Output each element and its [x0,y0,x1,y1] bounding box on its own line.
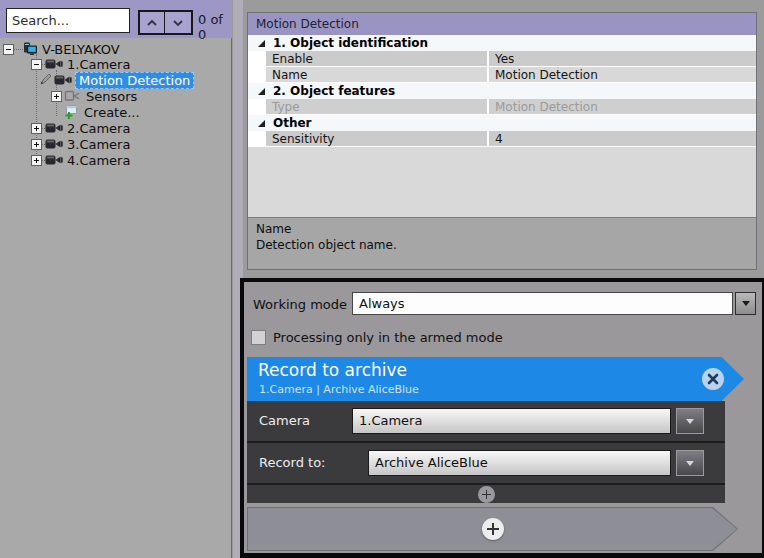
sensors-icon [64,90,80,103]
property-grid: 1. Object identification Enable Yes Name… [248,35,756,147]
action-card-header[interactable]: Record to archive 1.Camera | Archive Ali… [247,357,744,401]
property-description-title: Name [256,222,748,236]
property-value[interactable]: 4 [489,131,756,146]
search-input[interactable] [6,8,130,33]
rule-settings-panel: Working mode Always Processing only in t… [240,278,764,558]
expand-expander-icon[interactable] [31,123,42,134]
property-grid-empty-area [248,147,756,217]
property-description-text: Detection object name. [256,238,748,252]
action-card-title: Record to archive [258,360,407,380]
camera-field-row: Camera 1.Camera [247,401,725,441]
add-action-arrow [247,507,738,551]
working-mode-dropdown-button[interactable] [735,292,756,315]
chevron-down-icon [686,419,694,424]
property-row-disabled: Type Motion Detection [248,99,756,115]
search-result-count: 0 of 0 [198,12,232,42]
group-expand-icon[interactable] [258,88,265,95]
camera-field-label: Camera [259,413,310,428]
chevron-up-icon [146,19,158,27]
group-expand-icon[interactable] [258,40,265,47]
property-label: Type [266,99,487,114]
properties-panel: Motion Detection 1. Object identificatio… [247,12,757,270]
property-value[interactable]: Yes [489,51,756,66]
property-label: Name [266,67,487,82]
tree-item-camera-3[interactable]: 3.Camera [0,136,231,152]
tree-item-label: Sensors [86,89,137,104]
tree-item-create[interactable]: Create... [0,104,231,120]
tree-item-label: 4.Camera [67,153,130,168]
property-row[interactable]: Sensitivity 4 [248,131,756,147]
property-group-row[interactable]: 2. Object features [248,83,756,99]
tree-item-label: 3.Camera [67,137,130,152]
property-group-row[interactable]: 1. Object identification [248,35,756,51]
tree-item-camera-2[interactable]: 2.Camera [0,120,231,136]
search-previous-button[interactable] [138,10,166,35]
property-label: Sensitivity [266,131,487,146]
record-to-select[interactable]: Archive AliceBlue [368,450,671,476]
expand-expander-icon[interactable] [51,91,62,102]
expand-expander-icon[interactable] [31,155,42,166]
tree-item-label: 1.Camera [67,57,130,72]
tree-item-label: 2.Camera [67,121,130,136]
camera-icon [54,74,72,86]
create-icon [64,105,78,119]
property-value[interactable]: Motion Detection [489,67,756,82]
camera-icon [45,138,63,150]
armed-mode-checkbox[interactable] [251,330,266,345]
collapse-expander-icon[interactable] [31,59,42,70]
tree-item-label: V-BELYAKOV [42,42,120,57]
tree-item-camera-1[interactable]: 1.Camera [0,56,231,72]
property-row[interactable]: Name Motion Detection [248,67,756,83]
property-label: Enable [266,51,487,66]
close-icon[interactable] [702,368,724,390]
camera-icon [45,122,63,134]
collapse-expander-icon[interactable] [3,44,14,55]
working-mode-select[interactable]: Always [352,292,733,315]
search-bar: 0 of 0 [0,0,232,38]
action-card-body: Camera 1.Camera Record to: Archive Alice… [247,401,725,503]
device-tree-panel: 0 of 0 V-BELYAKOV [0,0,232,558]
chevron-down-icon [172,19,184,27]
add-action-icon[interactable] [482,518,504,540]
property-description: Name Detection object name. [248,217,756,269]
action-card-subtitle: 1.Camera | Archive AliceBlue [259,383,419,396]
working-mode-label: Working mode [253,297,347,312]
camera-select[interactable]: 1.Camera [352,408,671,434]
armed-mode-label: Processing only in the armed mode [273,330,503,345]
properties-panel-title: Motion Detection [248,13,756,35]
pencil-icon [38,73,52,87]
tree-item-sensors[interactable]: Sensors [0,88,231,104]
record-to-field-label: Record to: [259,455,325,470]
property-group-row[interactable]: Other [248,115,756,131]
tree-item-label: Create... [84,105,140,120]
camera-icon [45,154,63,166]
add-parameter-row [247,485,725,503]
tree-item-motion-detection[interactable]: Motion Detection [0,72,231,88]
property-value: Motion Detection [489,99,756,114]
camera-dropdown-button[interactable] [676,408,704,434]
chevron-down-icon [742,301,750,306]
group-expand-icon[interactable] [258,120,265,127]
camera-icon [45,58,63,70]
expand-expander-icon[interactable] [31,139,42,150]
chevron-down-icon [686,461,694,466]
search-next-button[interactable] [165,10,193,35]
record-to-field-row: Record to: Archive AliceBlue [247,443,725,483]
add-icon[interactable] [478,486,495,503]
computer-icon [23,42,38,56]
tree-item-label-selected: Motion Detection [75,72,194,89]
tree-item-server[interactable]: V-BELYAKOV [0,40,231,56]
device-tree: V-BELYAKOV 1.Camera [0,40,231,168]
property-row[interactable]: Enable Yes [248,51,756,67]
tree-item-camera-4[interactable]: 4.Camera [0,152,231,168]
record-to-dropdown-button[interactable] [676,450,704,476]
